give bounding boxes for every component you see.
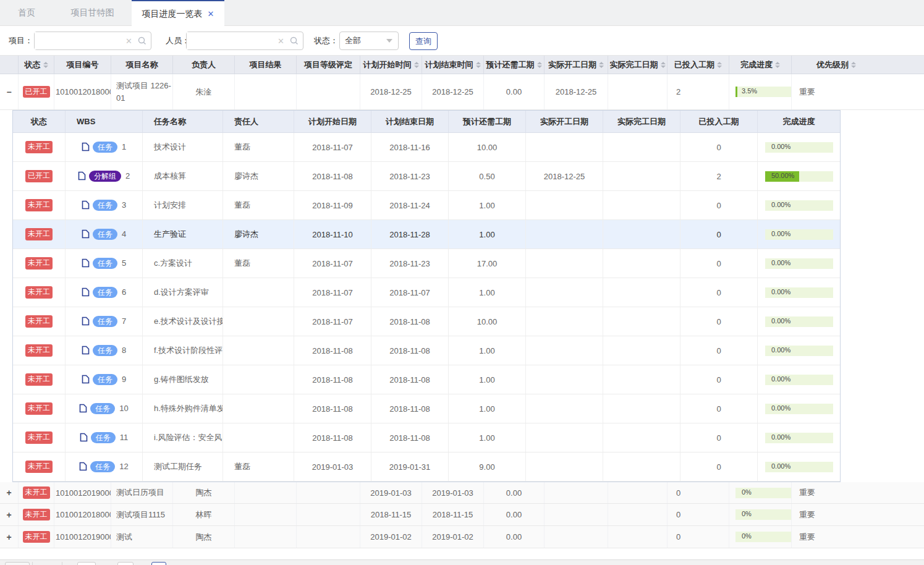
col-plan-end[interactable]: 计划结束时间 — [422, 56, 484, 74]
col-actual-start[interactable]: 实际开工日期 — [545, 56, 608, 74]
sort-icon — [661, 62, 666, 68]
project-row[interactable]: + 未开工 1010012019000 测试 陶杰 2019-01-02 201… — [0, 526, 924, 548]
task-row[interactable]: 未开工 任务7 e.技术设计及设计接口 2018-11-07 2018-11-0… — [13, 307, 840, 336]
pagination-bar — [0, 559, 924, 565]
col-invested[interactable]: 已投入工期 — [668, 56, 729, 74]
status-badge: 未开工 — [25, 199, 53, 211]
task-name: d.设计方案评审 — [143, 278, 223, 307]
project-grade — [297, 74, 360, 109]
expand-icon[interactable]: + — [6, 488, 11, 497]
close-icon[interactable]: ✕ — [208, 10, 214, 18]
tab-gantt[interactable]: 项目甘特图 — [53, 0, 132, 26]
task-row-selected[interactable]: 未开工 任务4 生产验证 廖诗杰 2018-11-10 2018-11-28 1… — [13, 220, 840, 249]
project-search-input[interactable]: ✕ — [34, 32, 151, 50]
file-icon — [79, 462, 87, 471]
task-owner: 董磊 — [223, 249, 294, 278]
sort-icon — [43, 62, 48, 68]
page-size-select[interactable] — [5, 562, 30, 565]
project-name: 测试 — [111, 526, 173, 548]
expand-icon[interactable]: + — [6, 533, 11, 542]
task-row[interactable]: 未开工 任务5 c.方案设计 董磊 2018-11-07 2018-11-23 … — [13, 249, 840, 278]
project-name: 测试项目1115 — [111, 504, 173, 525]
expand-column-header — [0, 56, 19, 74]
task-row[interactable]: 未开工 任务9 g.铸件图纸发放 2018-11-08 2018-11-08 1… — [13, 365, 840, 394]
project-row-expanded[interactable]: − 已开工 1010012018000 测试项目 1226-01 朱淦 2018… — [0, 74, 924, 110]
progress-cell: 0.00% — [758, 394, 840, 423]
task-owner: 廖诗杰 — [223, 220, 294, 249]
plan-start: 2018-12-25 — [360, 74, 422, 109]
sort-icon — [775, 62, 780, 68]
expand-icon[interactable]: + — [6, 511, 11, 519]
status-badge: 未开工 — [25, 373, 53, 386]
status-badge: 已开工 — [25, 170, 53, 182]
page-button[interactable] — [117, 562, 134, 565]
search-icon[interactable] — [137, 36, 147, 46]
file-icon — [82, 258, 90, 268]
status-badge: 未开工 — [25, 286, 53, 299]
task-owner — [223, 307, 294, 336]
col-progress[interactable]: 完成进度 — [729, 56, 792, 74]
task-owner: 董磊 — [223, 452, 294, 481]
tab-progress-overview[interactable]: 项目进度一览表 ✕ — [132, 0, 224, 27]
task-name: h.特殊外购件清单发放 — [143, 394, 223, 423]
progress-cell: 0.00% — [758, 191, 840, 219]
sort-icon — [414, 62, 419, 68]
project-row[interactable]: + 未开工 1010012019000 测试日历项目 陶杰 2019-01-03… — [0, 482, 924, 504]
project-row[interactable]: + 未开工 1010012018000 测试项目1115 林晖 2018-11-… — [0, 504, 924, 526]
person-input-field[interactable] — [187, 32, 268, 49]
task-row[interactable]: 未开工 任务10 h.特殊外购件清单发放 2018-11-08 2018-11-… — [13, 394, 840, 423]
task-name: 测试工期任务 — [143, 452, 223, 481]
task-owner: 董磊 — [223, 191, 294, 219]
current-page-button[interactable] — [151, 562, 166, 565]
col-result: 项目结果 — [235, 56, 297, 74]
status-select[interactable]: 全部 — [339, 32, 399, 50]
page-button[interactable] — [77, 562, 96, 565]
clear-icon[interactable]: ✕ — [278, 36, 284, 46]
clear-icon[interactable]: ✕ — [125, 36, 132, 46]
col-priority[interactable]: 优先级别 — [792, 56, 924, 74]
col-status[interactable]: 状态 — [19, 56, 54, 74]
task-row[interactable]: 未开工 任务8 f.技术设计阶段性评审 2018-11-08 2018-11-0… — [13, 336, 840, 365]
progress-bar: 3.5% — [735, 87, 791, 97]
col-remain[interactable]: 预计还需工期 — [484, 56, 545, 74]
file-icon — [82, 229, 90, 239]
progress-cell: 0.00% — [758, 423, 840, 452]
task-name: 成本核算 — [143, 162, 223, 190]
decompose-group-badge: 分解组 — [89, 171, 121, 182]
progress-cell: 0.00% — [758, 452, 840, 481]
caret-down-icon — [386, 39, 392, 43]
col-plan-start[interactable]: 计划开始时间 — [360, 56, 422, 74]
task-owner — [223, 365, 294, 394]
status-filter-label: 状态： — [314, 35, 338, 46]
task-row[interactable]: 已开工 分解组2 成本核算 廖诗杰 2018-11-08 2018-11-23 … — [13, 162, 840, 191]
task-row[interactable]: 未开工 任务6 d.设计方案评审 2018-11-07 2018-11-07 1… — [13, 278, 840, 307]
person-search-input[interactable]: ✕ — [186, 32, 303, 50]
task-type-badge: 任务 — [93, 287, 117, 299]
task-subtable: 状态 WBS 任务名称 责任人 计划开始日期 计划结束日期 预计还需工期 实际开… — [12, 110, 841, 482]
task-row[interactable]: 未开工 任务1 技术设计 董磊 2018-11-07 2018-11-16 10… — [13, 133, 840, 162]
task-row[interactable]: 未开工 任务3 计划安排 董磊 2018-11-09 2018-11-24 1.… — [13, 191, 840, 220]
search-button[interactable]: 查询 — [409, 32, 438, 50]
project-owner: 林晖 — [173, 504, 235, 525]
task-type-badge: 任务 — [93, 142, 117, 153]
search-icon[interactable] — [289, 36, 299, 46]
task-owner: 董磊 — [223, 133, 294, 161]
task-row[interactable]: 未开工 任务11 i.风险评估：安全风险 2018-11-08 2018-11-… — [13, 423, 840, 452]
status-badge: 未开工 — [23, 531, 50, 543]
col-grade: 项目等级评定 — [297, 56, 360, 74]
plan-end: 2018-12-25 — [422, 74, 484, 109]
project-code: 1010012018000 — [54, 504, 111, 525]
task-owner — [223, 278, 294, 307]
col-actual-end[interactable]: 实际完工日期 — [608, 56, 668, 74]
project-input-field[interactable] — [35, 32, 116, 49]
status-badge: 未开工 — [25, 141, 53, 153]
filter-bar: 项目： ✕ 人员： ✕ 状态： 全部 查询 — [0, 26, 924, 56]
task-row[interactable]: 未开工 任务12 测试工期任务 董磊 2019-01-03 2019-01-31… — [13, 452, 840, 482]
file-icon — [78, 171, 86, 181]
collapse-icon[interactable]: − — [6, 88, 11, 96]
file-icon — [82, 316, 90, 326]
task-type-badge: 任务 — [93, 316, 117, 328]
task-type-badge: 任务 — [90, 403, 115, 415]
tab-home[interactable]: 首页 — [0, 0, 53, 26]
priority: 重要 — [792, 482, 924, 503]
